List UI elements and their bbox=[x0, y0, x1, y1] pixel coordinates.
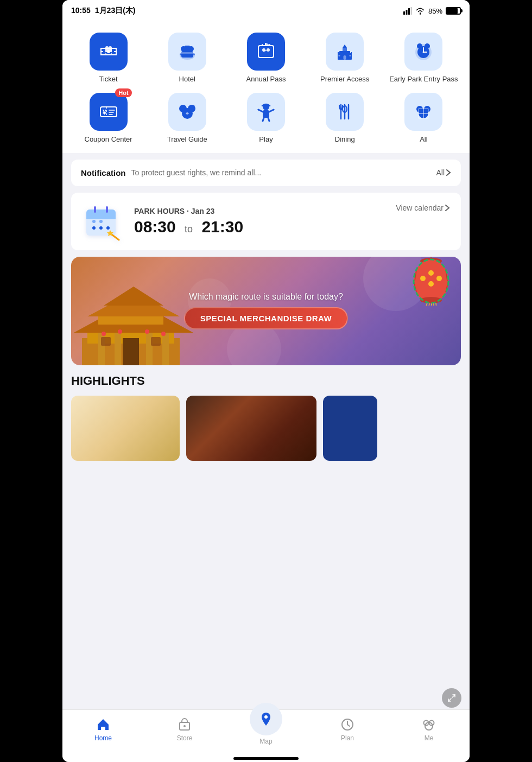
park-hours-time: 08:30 to 21:30 bbox=[134, 218, 387, 236]
quick-access-section: Ticket bbox=[62, 22, 470, 153]
ticket-label: Ticket bbox=[99, 75, 117, 84]
wifi-icon bbox=[415, 7, 425, 15]
plan-nav-label: Plan bbox=[341, 734, 354, 742]
svg-rect-69 bbox=[94, 206, 96, 213]
svg-point-88 bbox=[161, 332, 166, 336]
close-time: 21:30 bbox=[201, 218, 243, 236]
status-bar: 10:55 1月23日(木) 85% bbox=[62, 0, 470, 22]
battery-fill bbox=[447, 8, 458, 14]
svg-rect-14 bbox=[180, 52, 195, 54]
travel-guide-icon-bg bbox=[168, 93, 206, 131]
svg-rect-79 bbox=[115, 333, 121, 365]
park-hours-card[interactable]: PARK HOURS · Jan 23 08:30 to 21:30 View … bbox=[71, 193, 461, 250]
svg-rect-24 bbox=[349, 52, 350, 54]
premier-access-label: Premier Access bbox=[320, 75, 369, 84]
svg-point-108 bbox=[183, 725, 186, 727]
annual-pass-icon-bg bbox=[247, 33, 285, 71]
premier-access-icon-bg bbox=[326, 33, 364, 71]
early-park-item[interactable]: Early Park Entry Pass bbox=[387, 33, 461, 84]
hot-badge: Hot bbox=[115, 88, 131, 97]
status-left: 10:55 1月23日(木) bbox=[71, 6, 136, 16]
premier-access-item[interactable]: Premier Access bbox=[308, 33, 382, 84]
highlights-title: HIGHLIGHTS bbox=[71, 374, 461, 388]
play-icon bbox=[255, 100, 277, 123]
park-hours-info: PARK HOURS · Jan 23 08:30 to 21:30 bbox=[134, 207, 387, 236]
notification-label: Notification bbox=[81, 168, 126, 177]
notification-text: To protect guest rights, we remind all..… bbox=[131, 168, 431, 177]
banner-content: Which magic route is suitable for today?… bbox=[184, 292, 349, 329]
coupon-icon-bg: Hot ¥ bbox=[90, 93, 128, 131]
notification-all[interactable]: All bbox=[436, 168, 451, 177]
date-display: 1月23日(木) bbox=[95, 6, 136, 16]
view-calendar-button[interactable]: View calendar bbox=[396, 202, 450, 212]
svg-point-87 bbox=[145, 329, 149, 334]
hotel-item[interactable]: Hotel bbox=[150, 33, 224, 84]
highlight-card-2[interactable] bbox=[186, 396, 316, 461]
annual-pass-item[interactable]: Annual Pass bbox=[229, 33, 303, 84]
nav-me[interactable]: Me bbox=[407, 717, 451, 742]
svg-line-102 bbox=[428, 303, 429, 306]
highlight-card-3[interactable] bbox=[323, 396, 377, 461]
ticket-item[interactable]: Ticket bbox=[71, 33, 145, 84]
svg-point-98 bbox=[428, 270, 434, 276]
play-item[interactable]: Play bbox=[229, 93, 303, 144]
highlights-scroll bbox=[71, 396, 461, 461]
nav-home[interactable]: Home bbox=[81, 717, 125, 742]
svg-rect-28 bbox=[339, 55, 340, 56]
open-time: 08:30 bbox=[134, 218, 176, 236]
battery-icon bbox=[446, 7, 461, 15]
svg-rect-81 bbox=[162, 333, 169, 365]
svg-rect-1 bbox=[406, 10, 407, 15]
svg-point-86 bbox=[118, 329, 122, 334]
store-nav-label: Store bbox=[177, 734, 193, 742]
coupon-icon: ¥ bbox=[98, 101, 119, 122]
travel-guide-item[interactable]: Travel Guide bbox=[150, 93, 224, 144]
svg-rect-27 bbox=[344, 55, 346, 60]
main-content: Ticket bbox=[62, 22, 470, 709]
svg-point-43 bbox=[179, 105, 187, 112]
svg-point-97 bbox=[436, 276, 442, 281]
svg-rect-3 bbox=[410, 7, 412, 15]
calendar-icon-wrapper bbox=[82, 202, 125, 240]
early-park-icon-bg bbox=[404, 33, 442, 71]
me-nav-label: Me bbox=[425, 734, 434, 742]
coupon-item[interactable]: Hot ¥ Coupon Center bbox=[71, 93, 145, 144]
premier-access-icon bbox=[333, 40, 356, 63]
to-label: to bbox=[185, 224, 193, 234]
battery-percent: 85% bbox=[428, 7, 442, 15]
home-nav-icon bbox=[96, 717, 111, 732]
scroll-indicator[interactable] bbox=[442, 688, 461, 708]
svg-rect-22 bbox=[338, 52, 339, 54]
svg-point-85 bbox=[102, 332, 106, 336]
svg-rect-25 bbox=[351, 52, 352, 54]
nav-map[interactable]: Map bbox=[244, 714, 288, 745]
promotional-banner[interactable]: Which magic route is suitable for today?… bbox=[71, 257, 461, 365]
dining-icon bbox=[333, 100, 356, 123]
notification-bar[interactable]: Notification To protect guest rights, we… bbox=[71, 160, 461, 186]
nav-store[interactable]: Store bbox=[163, 717, 206, 742]
highlight-card-1[interactable] bbox=[71, 396, 180, 461]
temple-illustration bbox=[71, 268, 196, 365]
nav-plan[interactable]: Plan bbox=[326, 717, 369, 742]
bottom-nav: Home Store bbox=[62, 709, 470, 753]
svg-rect-7 bbox=[105, 48, 112, 52]
time-display: 10:55 bbox=[71, 6, 91, 16]
svg-rect-84 bbox=[151, 337, 161, 346]
svg-line-50 bbox=[268, 118, 269, 121]
svg-rect-2 bbox=[408, 8, 410, 15]
dining-item[interactable]: Dining bbox=[308, 93, 382, 144]
annual-pass-label: Annual Pass bbox=[246, 75, 286, 84]
svg-point-109 bbox=[264, 715, 268, 719]
all-item[interactable]: All bbox=[387, 93, 461, 144]
play-icon-bg bbox=[247, 93, 285, 131]
home-nav-label: Home bbox=[94, 734, 112, 742]
icon-grid: Ticket bbox=[71, 33, 461, 144]
hotel-label: Hotel bbox=[179, 75, 195, 84]
svg-point-56 bbox=[416, 106, 423, 112]
svg-line-105 bbox=[436, 303, 436, 306]
ticket-icon-bg bbox=[90, 33, 128, 71]
svg-point-66 bbox=[106, 226, 110, 230]
merchandise-draw-button[interactable]: SPECIAL MERCHANDISE DRAW bbox=[184, 307, 349, 329]
signal-icon bbox=[403, 7, 412, 15]
home-indicator-area bbox=[62, 753, 470, 762]
